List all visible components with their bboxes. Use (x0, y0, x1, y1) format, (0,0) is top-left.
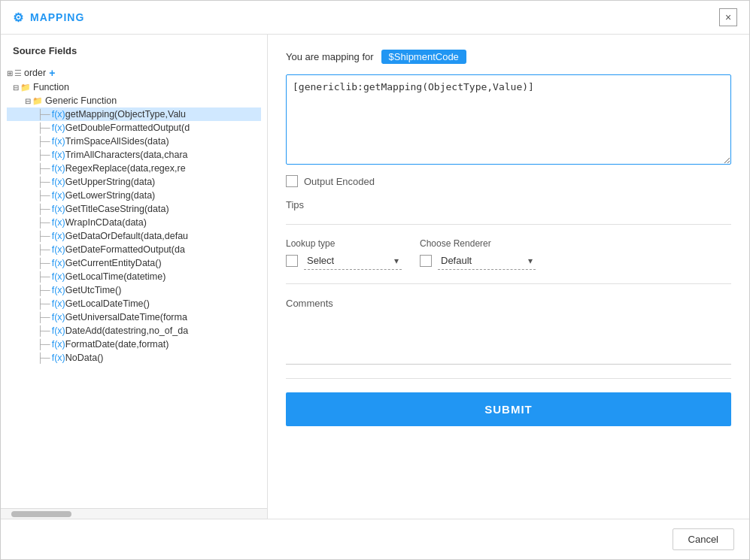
close-button[interactable]: × (719, 8, 737, 26)
tree-item[interactable]: ├─f(x)WrapInCData(data) (7, 216, 261, 229)
source-fields-title: Source Fields (1, 35, 267, 62)
tree-item[interactable]: ├─f(x)GetDataOrDefault(data,defau (7, 229, 261, 243)
tree-root: ⊞ ☰ order + ⊟ 📁 Function (7, 62, 261, 368)
tree-connector: ├─ (37, 298, 50, 309)
divider-2 (286, 283, 731, 284)
comments-label: Comments (286, 298, 731, 309)
tree-connector: ├─ (37, 217, 50, 228)
func-label: GetDateFormattedOutput(da (65, 244, 185, 255)
cancel-button[interactable]: Cancel (673, 528, 734, 550)
func-label: getMapping(ObjectType,Valu (65, 109, 186, 120)
renderer-select-wrapper: Default (438, 252, 536, 270)
func-label: TrimAllCharacters(data,chara (65, 150, 188, 160)
modal-body: Source Fields ⊞ ☰ order + ⊟ 📁 F (1, 35, 749, 519)
add-icon[interactable]: + (49, 67, 55, 79)
tree-item[interactable]: ├─f(x)TrimSpaceAllSides(data) (7, 135, 261, 148)
function-label: Function (33, 82, 69, 92)
func-fx: f(x) (52, 231, 65, 241)
tree-item[interactable]: ├─f(x)NoData() (7, 351, 261, 365)
output-encoded-label: Output Encoded (304, 176, 375, 187)
tree-item[interactable]: ├─f(x)GetUtcTime() (7, 283, 261, 297)
func-label: GetLocalDateTime() (65, 298, 150, 309)
output-encoded-row: Output Encoded (286, 175, 731, 187)
lookup-renderer-row: Lookup type Select Choose Renderer Defau… (286, 238, 731, 270)
tree-connector: ├─ (37, 190, 50, 201)
func-fx: f(x) (52, 339, 65, 350)
renderer-checkbox[interactable] (420, 255, 432, 267)
expand-icon-order[interactable]: ⊞ (7, 69, 13, 77)
tree-item[interactable]: ├─f(x)GetUpperString(data) (7, 175, 261, 189)
modal-title: ⚙ MAPPING (13, 11, 84, 25)
func-fx: f(x) (52, 312, 65, 322)
tree-connector: ├─ (37, 109, 50, 120)
renderer-select[interactable]: Default (438, 252, 536, 270)
tree-connector: ├─ (37, 231, 50, 241)
tree-item[interactable]: ├─f(x)FormatDate(date,format) (7, 338, 261, 351)
func-fx: f(x) (52, 325, 65, 336)
tree-item[interactable]: ├─f(x)GetLowerString(data) (7, 189, 261, 202)
func-fx: f(x) (52, 163, 65, 174)
mapping-for-text: You are mapping for (286, 51, 374, 62)
tree-item[interactable]: ├─f(x)GetUniversalDateTime(forma (7, 310, 261, 324)
submit-button[interactable]: SUBMIT (286, 392, 731, 426)
tree-connector: ├─ (37, 244, 50, 255)
tree-connector: ├─ (37, 177, 50, 187)
func-label: GetDataOrDefault(data,defau (65, 231, 188, 241)
lookup-select-wrapper: Select (304, 252, 402, 270)
tree-item-generic-function[interactable]: ⊟ 📁 Generic Function (7, 94, 261, 107)
list-icon-order: ☰ (14, 68, 22, 78)
renderer-select-row: Default (420, 252, 536, 270)
tree-item-order[interactable]: ⊞ ☰ order + (7, 65, 261, 80)
func-label: GetTitleCaseString(data) (65, 204, 169, 214)
modal-header: ⚙ MAPPING × (1, 1, 749, 35)
tree-item[interactable]: ├─f(x)GetLocalDateTime() (7, 297, 261, 310)
shipment-badge: $ShipmentCode (381, 50, 466, 64)
func-fx: f(x) (52, 285, 65, 295)
right-panel: You are mapping for $ShipmentCode Output… (268, 35, 749, 519)
func-fx: f(x) (52, 150, 65, 160)
func-label: GetUtcTime() (65, 285, 122, 295)
func-fx: f(x) (52, 177, 65, 187)
tree-connector: ├─ (37, 258, 50, 268)
func-label: NoData() (65, 353, 104, 363)
lookup-checkbox[interactable] (286, 255, 298, 267)
tree-connector: ├─ (37, 123, 50, 133)
tree-item[interactable]: ├─f(x)GetLocalTime(datetime) (7, 270, 261, 283)
func-label: RegexReplace(data,regex,re (65, 163, 186, 174)
tree-item[interactable]: ├─f(x)GetTitleCaseString(data) (7, 202, 261, 216)
tree-item[interactable]: ├─f(x)DateAdd(datestring,no_of_da (7, 324, 261, 338)
choose-renderer-label: Choose Renderer (420, 238, 536, 249)
tree-item[interactable]: ├─f(x)TrimAllCharacters(data,chara (7, 148, 261, 162)
func-fx: f(x) (52, 109, 65, 120)
comments-textarea[interactable] (286, 319, 731, 365)
expand-icon-generic[interactable]: ⊟ (25, 97, 31, 105)
horizontal-scrollbar[interactable] (1, 508, 267, 519)
tree-item-function[interactable]: ⊟ 📁 Function (7, 80, 261, 94)
tree-connector: ├─ (37, 285, 50, 295)
formula-textarea[interactable] (286, 74, 731, 165)
tree-item[interactable]: ├─f(x)RegexReplace(data,regex,re (7, 162, 261, 175)
func-label: GetLocalTime(datetime) (65, 271, 166, 282)
tree-item[interactable]: ├─f(x)GetDoubleFormattedOutput(d (7, 121, 261, 135)
func-fx: f(x) (52, 298, 65, 309)
tree-item[interactable]: ├─f(x)getMapping(ObjectType,Valu (7, 107, 261, 121)
tree-items: ├─f(x)getMapping(ObjectType,Valu├─f(x)Ge… (7, 107, 261, 365)
tree-container[interactable]: ⊞ ☰ order + ⊟ 📁 Function (1, 62, 267, 508)
tree-item[interactable]: ├─f(x)GetDateFormattedOutput(da (7, 243, 261, 256)
tree-connector: ├─ (37, 204, 50, 214)
tree-item[interactable]: ├─f(x)GetCurrentEntityData() (7, 256, 261, 270)
scrollbar-thumb[interactable] (11, 511, 71, 517)
func-fx: f(x) (52, 353, 65, 363)
func-label: TrimSpaceAllSides(data) (65, 136, 169, 147)
lookup-select-row: Select (286, 252, 402, 270)
expand-icon-function[interactable]: ⊟ (13, 83, 19, 92)
tree-connector: ├─ (37, 163, 50, 174)
lookup-select[interactable]: Select (304, 252, 402, 270)
tips-label: Tips (286, 199, 731, 210)
tree-connector: ├─ (37, 353, 50, 363)
mapping-for-row: You are mapping for $ShipmentCode (286, 50, 731, 64)
modal-footer: Cancel (1, 519, 749, 559)
output-encoded-checkbox[interactable] (286, 175, 298, 187)
mapping-icon: ⚙ (13, 11, 24, 25)
divider-1 (286, 224, 731, 225)
